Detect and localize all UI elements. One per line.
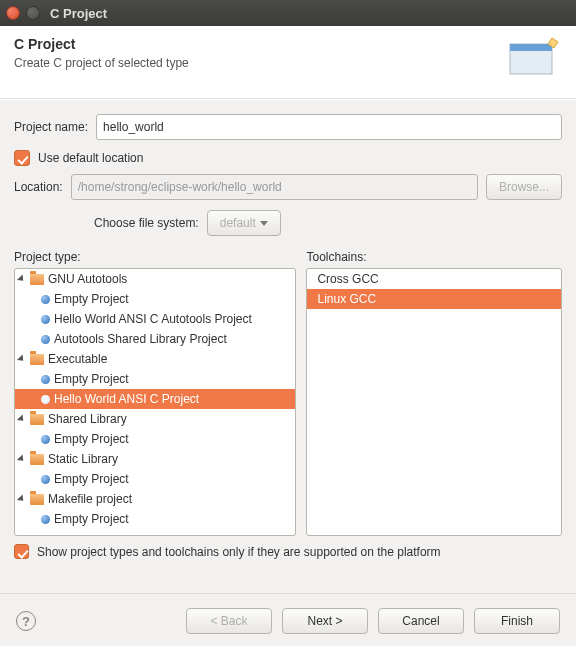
project-template-icon xyxy=(41,315,50,324)
tree-folder[interactable]: Makefile project xyxy=(15,489,295,509)
project-name-label: Project name: xyxy=(14,120,88,134)
svg-rect-1 xyxy=(510,44,552,51)
help-icon[interactable]: ? xyxy=(16,611,36,631)
tree-item[interactable]: Empty Project xyxy=(15,469,295,489)
dialog-banner: C Project Create C project of selected t… xyxy=(0,26,576,99)
close-icon[interactable] xyxy=(6,6,20,20)
expander-icon[interactable] xyxy=(17,494,26,503)
tree-item-label: Empty Project xyxy=(54,292,129,306)
expander-icon[interactable] xyxy=(17,274,26,283)
tree-item-label: Autotools Shared Library Project xyxy=(54,332,227,346)
file-system-select: default xyxy=(207,210,281,236)
project-name-input[interactable] xyxy=(96,114,562,140)
tree-folder[interactable]: GNU Autotools xyxy=(15,269,295,289)
project-template-icon xyxy=(41,395,50,404)
window-title: C Project xyxy=(50,6,107,21)
location-label: Location: xyxy=(14,180,63,194)
window-title-bar: C Project xyxy=(0,0,576,26)
toolchain-item[interactable]: Cross GCC xyxy=(307,269,561,289)
tree-item-label: Static Library xyxy=(48,452,118,466)
toolchain-item-label: Linux GCC xyxy=(317,292,376,306)
supported-only-checkbox[interactable] xyxy=(14,544,29,559)
tree-item-label: Hello World ANSI C Project xyxy=(54,392,199,406)
banner-subtitle: Create C project of selected type xyxy=(14,56,189,70)
project-template-icon xyxy=(41,295,50,304)
tree-folder[interactable]: Shared Library xyxy=(15,409,295,429)
next-button[interactable]: Next > xyxy=(282,608,368,634)
project-template-icon xyxy=(41,335,50,344)
tree-item[interactable]: Hello World ANSI C Project xyxy=(15,389,295,409)
tree-item[interactable]: Empty Project xyxy=(15,289,295,309)
tree-folder[interactable]: Static Library xyxy=(15,449,295,469)
tree-item-label: Empty Project xyxy=(54,432,129,446)
expander-icon[interactable] xyxy=(17,414,26,423)
file-system-label: Choose file system: xyxy=(94,216,199,230)
tree-item-label: Makefile project xyxy=(48,492,132,506)
project-template-icon xyxy=(41,435,50,444)
tree-item[interactable]: Empty Project xyxy=(15,429,295,449)
tree-item[interactable]: Hello World ANSI C Autotools Project xyxy=(15,309,295,329)
use-default-location-checkbox[interactable] xyxy=(14,150,30,166)
project-type-label: Project type: xyxy=(14,250,296,264)
wizard-icon xyxy=(508,36,562,76)
chevron-down-icon xyxy=(260,221,268,226)
project-type-tree[interactable]: GNU AutotoolsEmpty ProjectHello World AN… xyxy=(14,268,296,536)
tree-folder[interactable]: Executable xyxy=(15,349,295,369)
project-template-icon xyxy=(41,475,50,484)
expander-icon[interactable] xyxy=(17,454,26,463)
folder-icon xyxy=(30,454,44,465)
location-input xyxy=(71,174,478,200)
toolchains-list[interactable]: Cross GCCLinux GCC xyxy=(306,268,562,536)
toolchains-label: Toolchains: xyxy=(306,250,562,264)
tree-item-label: GNU Autotools xyxy=(48,272,127,286)
tree-item-label: Empty Project xyxy=(54,472,129,486)
browse-button: Browse... xyxy=(486,174,562,200)
back-button: < Back xyxy=(186,608,272,634)
dialog-content: Project name: Use default location Locat… xyxy=(0,99,576,646)
toolchain-item-label: Cross GCC xyxy=(317,272,378,286)
tree-item-label: Shared Library xyxy=(48,412,127,426)
tree-item[interactable]: Empty Project xyxy=(15,369,295,389)
svg-marker-3 xyxy=(558,36,562,40)
tree-item-label: Empty Project xyxy=(54,372,129,386)
use-default-location-label: Use default location xyxy=(38,151,143,165)
folder-icon xyxy=(30,274,44,285)
cancel-button[interactable]: Cancel xyxy=(378,608,464,634)
supported-only-label: Show project types and toolchains only i… xyxy=(37,545,441,559)
tree-item[interactable]: Autotools Shared Library Project xyxy=(15,329,295,349)
toolchain-item[interactable]: Linux GCC xyxy=(307,289,561,309)
folder-icon xyxy=(30,354,44,365)
tree-item[interactable]: Empty Project xyxy=(15,509,295,529)
folder-icon xyxy=(30,494,44,505)
project-template-icon xyxy=(41,515,50,524)
expander-icon[interactable] xyxy=(17,354,26,363)
banner-title: C Project xyxy=(14,36,189,52)
finish-button[interactable]: Finish xyxy=(474,608,560,634)
tree-item-label: Hello World ANSI C Autotools Project xyxy=(54,312,252,326)
minimize-icon[interactable] xyxy=(26,6,40,20)
folder-icon xyxy=(30,414,44,425)
project-template-icon xyxy=(41,375,50,384)
tree-item-label: Empty Project xyxy=(54,512,129,526)
tree-item-label: Executable xyxy=(48,352,107,366)
